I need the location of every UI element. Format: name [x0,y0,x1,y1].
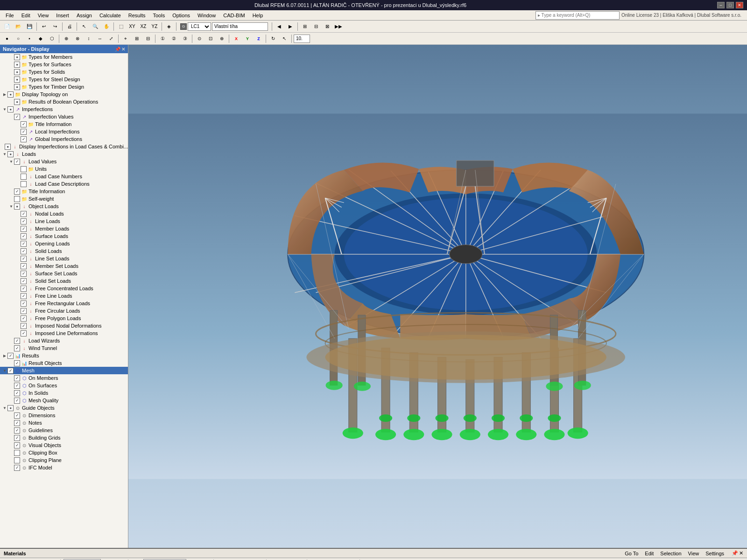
lc-selector[interactable]: LC1 [188,22,211,31]
tree-item-free-rectangular-loads[interactable]: ↓ Free Rectangular Loads [0,300,128,307]
tree-checkbox[interactable] [14,159,20,165]
tree-checkbox[interactable] [14,442,20,448]
tb2-btn8[interactable]: ↕ [84,34,94,43]
degree-input[interactable] [294,35,310,43]
tree-item-free-line-loads[interactable]: ↓ Free Line Loads [0,292,128,300]
nav-pin-button[interactable]: 📌 [115,47,120,52]
tree-item-imposed-line-deformations[interactable]: ↓ Imposed Line Deformations [0,329,128,337]
zoom-button[interactable]: 🔍 [90,22,100,31]
tree-checkbox[interactable] [14,99,20,105]
pan-button[interactable]: ✋ [101,22,112,31]
tree-checkbox[interactable] [21,248,27,254]
materials-menu-selection[interactable]: Selection [657,551,684,556]
run-calculate[interactable]: ▶▶ [333,22,344,31]
tb2-btn7[interactable]: ⊗ [72,34,83,43]
tree-item-object-loads[interactable]: ▼ ↓ Object Loads [0,203,128,210]
tree-item-result-objects[interactable]: 📊 Result Objects [0,359,128,367]
tree-item-on-surfaces[interactable]: ⬡ On Surfaces [0,382,128,389]
tree-checkbox[interactable] [21,263,27,269]
maximize-button[interactable]: □ [726,2,734,8]
save-button[interactable]: 💾 [24,22,35,31]
tree-checkbox[interactable] [14,413,20,419]
tree-arrow[interactable]: ▼ [2,369,7,373]
tree-checkbox[interactable] [14,84,20,90]
tree-item-in-solids[interactable]: ⬡ In Solids [0,389,128,397]
tree-item-guidelines[interactable]: ⊙ Guidelines [0,427,128,434]
tb2-btn10[interactable]: ⤢ [106,34,116,43]
tree-checkbox[interactable] [21,166,27,172]
tree-item-clipping-box[interactable]: ⊙ Clipping Box [0,449,128,456]
tree-checkbox[interactable] [21,233,27,239]
viewyz-button[interactable]: YZ [149,22,160,31]
tree-checkbox[interactable] [21,323,27,329]
menu-insert[interactable]: Insert [52,12,73,19]
tb2-axis-x[interactable]: X [231,34,241,43]
tree-item-load-wizards[interactable]: ↓ Load Wizards [0,337,128,344]
tb2-btn11[interactable]: ⌖ [120,34,131,43]
tree-item-mesh-quality[interactable]: ⬡ Mesh Quality [0,397,128,404]
tree-checkbox[interactable] [14,203,20,210]
tree-checkbox[interactable] [14,189,20,195]
tree-item-visual-objects[interactable]: ⊙ Visual Objects [0,441,128,449]
nav-close-button[interactable]: ✕ [121,47,125,52]
tree-item-display-imperfections-in-load-cases-&-combi...[interactable]: ↓ Display Imperfections in Load Cases & … [0,143,128,150]
tree-checkbox[interactable] [7,91,14,98]
tree-checkbox[interactable] [21,218,27,224]
tree-item-opening-loads[interactable]: ↓ Opening Loads [0,240,128,247]
tree-checkbox[interactable] [21,181,27,187]
tb2-btn14[interactable]: ① [157,34,168,43]
tree-arrow[interactable]: ▼ [8,204,14,209]
materials-menu-goto[interactable]: Go To [622,551,641,556]
tree-checkbox[interactable] [21,174,27,180]
tree-checkbox[interactable] [14,360,20,366]
tree-item-wind-tunnel[interactable]: ↓ Wind Tunnel [0,344,128,352]
tree-arrow[interactable]: ▼ [2,107,7,112]
tb2-btn12[interactable]: ⊞ [132,34,142,43]
tb2-btn2[interactable]: ○ [13,34,23,43]
tree-item-local-imperfections[interactable]: ↗ Local Imperfections [0,128,128,135]
search-input[interactable] [536,11,620,20]
minimize-button[interactable]: – [717,2,725,8]
menu-file[interactable]: File [2,12,18,19]
menu-results[interactable]: Results [125,12,149,19]
redo-button[interactable]: ↪ [50,22,60,31]
menu-tools[interactable]: Tools [149,12,169,19]
tb2-btn3[interactable]: ▪ [24,34,35,43]
tb2-btn9[interactable]: ↔ [95,34,105,43]
tree-item-nodal-loads[interactable]: ↓ Nodal Loads [0,210,128,217]
tree-checkbox[interactable] [14,196,20,202]
open-button[interactable]: 📂 [13,22,23,31]
tree-item-free-circular-loads[interactable]: ↓ Free Circular Loads [0,307,128,315]
tree-checkbox[interactable] [21,330,27,336]
tree-checkbox[interactable] [14,398,20,404]
tree-checkbox[interactable] [14,450,20,456]
display-btn2[interactable]: ⊟ [311,22,321,31]
tb2-btn15[interactable]: ② [169,34,179,43]
tree-item-guide-objects[interactable]: ▼ ⊙ Guide Objects [0,404,128,412]
tree-item-member-set-loads[interactable]: ↓ Member Set Loads [0,262,128,270]
tree-checkbox[interactable] [14,114,20,120]
tb2-axis-y[interactable]: Y [242,34,253,43]
tree-checkbox[interactable] [21,315,27,322]
tree-item-imperfections[interactable]: ▼ ↗ Imperfections [0,105,128,113]
tree-checkbox[interactable] [7,106,14,112]
new-button[interactable]: 📄 [2,22,12,31]
tree-item-types-for-members[interactable]: 📁 Types for Members [0,53,128,61]
render-button[interactable]: ◈ [164,22,174,31]
tree-item-free-polygon-loads[interactable]: ↓ Free Polygon Loads [0,315,128,322]
tree-checkbox[interactable] [14,69,20,75]
tree-checkbox[interactable] [14,54,20,60]
tb2-btn1[interactable]: ● [2,34,12,43]
tree-item-member-loads[interactable]: ↓ Member Loads [0,225,128,232]
print-button[interactable]: 🖨 [64,22,75,31]
materials-menu-settings[interactable]: Settings [703,551,727,556]
undo-button[interactable]: ↩ [39,22,49,31]
tree-item-loads[interactable]: ▼ ↓ Loads [0,150,128,158]
tree-item-title-information[interactable]: 📁 Title Information [0,120,128,128]
tree-item-display-topology-on[interactable]: ▶ 📁 Display Topology on [0,91,128,98]
tb2-rotate[interactable]: ↻ [268,34,278,43]
tree-item-load-case-descriptions[interactable]: ↓ Load Case Descriptions [0,180,128,188]
viewxy-button[interactable]: XY [127,22,137,31]
tree-item-dimensions[interactable]: ⊙ Dimensions [0,412,128,419]
tree-checkbox[interactable] [21,211,27,217]
